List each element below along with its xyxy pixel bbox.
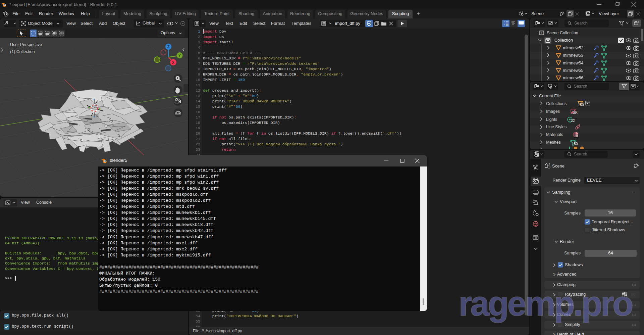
svg-text:User Perspective: User Perspective — [10, 42, 42, 47]
svg-text:X: X — [172, 60, 174, 64]
svg-text:(1) Collection: (1) Collection — [10, 49, 35, 54]
svg-text:Y: Y — [178, 53, 181, 57]
svg-text:Z: Z — [167, 45, 170, 49]
